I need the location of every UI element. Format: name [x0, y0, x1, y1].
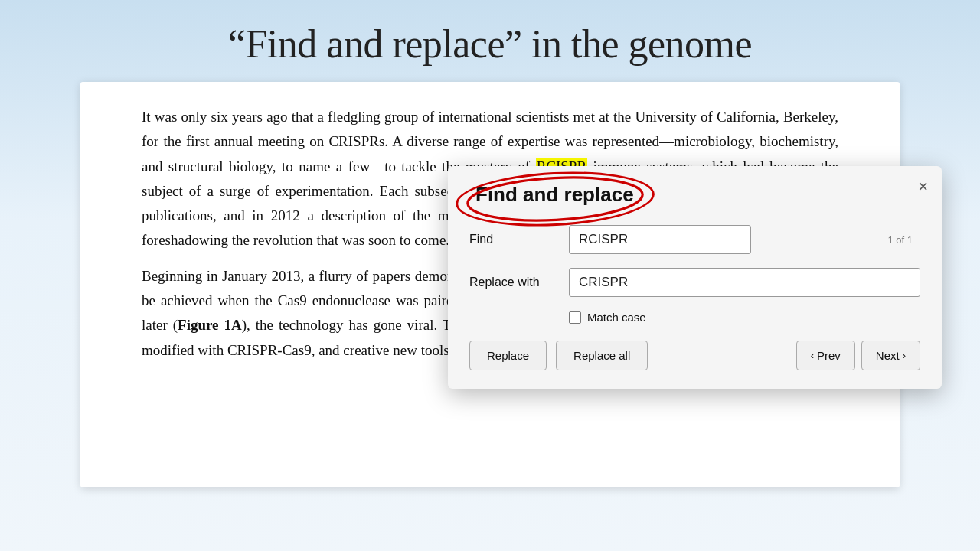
next-button[interactable]: Next › [861, 341, 920, 370]
replace-input[interactable] [569, 268, 920, 297]
dialog-title-wrapper: Find and replace [469, 183, 640, 207]
dialog-header: Find and replace × [448, 166, 942, 217]
find-replace-dialog: Find and replace × Find 1 of 1 Replace w… [448, 166, 942, 389]
nav-button-group: ‹ Prev Next › [796, 341, 920, 370]
find-input[interactable] [569, 225, 751, 254]
dialog-buttons: Replace Replace all ‹ Prev Next › [469, 341, 920, 370]
prev-button[interactable]: ‹ Prev [796, 341, 855, 370]
replace-label: Replace with [469, 276, 569, 289]
find-row: Find 1 of 1 [469, 225, 920, 254]
find-count-badge: 1 of 1 [887, 234, 913, 246]
dialog-title: Find and replace [469, 180, 640, 209]
next-label: Next [876, 349, 900, 362]
match-case-row: Match case [569, 311, 920, 324]
chevron-right-icon: › [903, 350, 906, 361]
match-case-checkbox[interactable] [569, 311, 581, 324]
close-button[interactable]: × [918, 178, 928, 195]
document-area: It was only six years ago that a fledgli… [80, 82, 900, 487]
find-input-wrapper: 1 of 1 [569, 225, 920, 254]
replace-row: Replace with [469, 268, 920, 297]
figure-reference: Figure 1A [178, 317, 242, 333]
replace-button[interactable]: Replace [469, 341, 547, 370]
chevron-left-icon: ‹ [811, 350, 814, 361]
prev-label: Prev [817, 349, 841, 362]
replace-all-button[interactable]: Replace all [556, 341, 648, 370]
dialog-body: Find 1 of 1 Replace with Match case Repl… [448, 217, 942, 389]
page-title: “Find and replace” in the genome [0, 0, 980, 82]
find-label: Find [469, 233, 569, 246]
match-case-label: Match case [587, 311, 646, 324]
